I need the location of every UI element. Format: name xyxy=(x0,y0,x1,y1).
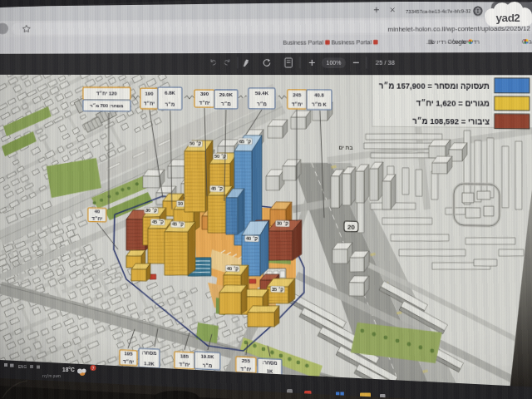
svg-text:ENG: ENG xyxy=(18,365,27,369)
svg-text:18°C: 18°C xyxy=(62,367,75,372)
svg-text:7: 7 xyxy=(92,367,95,371)
svg-text:yad2: yad2 xyxy=(496,12,520,24)
svg-text:מעונן חלקית: מעונן חלקית xyxy=(42,374,61,378)
